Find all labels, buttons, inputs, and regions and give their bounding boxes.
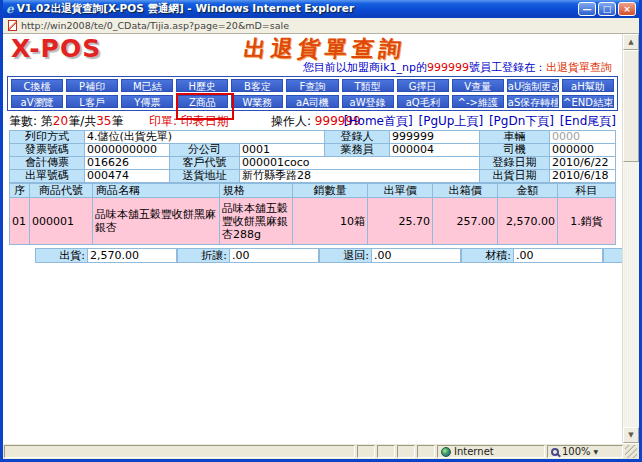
browser-window: e V1.02出退貨查詢[X-POS 雲通網] - Windows Intern… xyxy=(0,0,642,462)
col-header-box-price: 出箱價 xyxy=(433,183,498,198)
salesman-label: 業務員 xyxy=(325,144,390,157)
page-title: 出退貨單查詢 xyxy=(242,37,407,61)
toolbar-button-y-voucher[interactable]: Y傳票 xyxy=(121,95,173,108)
zoom-control[interactable]: 100% ▼ xyxy=(547,445,623,458)
vehicle-field[interactable]: 0000 xyxy=(550,131,616,144)
toolbar-button-z-product[interactable]: Z商品 xyxy=(176,95,228,108)
toolbar-button-t-type[interactable]: T類型 xyxy=(342,79,394,92)
toolbar-button-m-closed[interactable]: M已結 xyxy=(121,79,173,92)
address-url[interactable]: http://win2008/te/0_CData/Tijia.asp?page… xyxy=(21,20,289,31)
scroll-down-icon[interactable]: ▼ xyxy=(623,427,639,443)
col-header-seq: 序 xyxy=(10,183,30,198)
login-suffix: 號員工登錄在： xyxy=(469,61,546,74)
close-button[interactable]: × xyxy=(618,2,636,16)
toolbar-button-w-sales[interactable]: W業務 xyxy=(231,95,283,108)
status-panel-3 xyxy=(397,445,415,458)
toolbar-button-h-history[interactable]: H歷史 xyxy=(176,79,228,92)
print-mode-field[interactable]: 4.儲位(出貨先單) xyxy=(85,131,325,144)
xpos-logo: X-POS xyxy=(11,36,101,61)
toolbar-button-f-query[interactable]: F查詢 xyxy=(286,79,338,92)
customer-code-field[interactable]: 000001coco xyxy=(240,157,480,170)
toolbar-button-as-save-export[interactable]: aS保存轉檔 xyxy=(507,95,559,108)
return-label: 退回: xyxy=(319,248,371,263)
delivery-address-field[interactable]: 新竹縣季路28 xyxy=(240,170,480,183)
toolbar-frame: C換檔 P補印 M已結 H歷史 B客定 F查詢 T類型 G擇日 V查量 aU強制… xyxy=(7,76,618,111)
vertical-scrollbar[interactable]: ▲ ▼ xyxy=(622,34,639,443)
scroll-up-icon[interactable]: ▲ xyxy=(623,34,639,50)
toolbar-button-av-browse[interactable]: aV瀏覽 xyxy=(11,95,63,108)
ship-total-field[interactable]: 2,570.00 xyxy=(87,248,177,263)
zone-label: Internet xyxy=(454,446,494,457)
branch-label: 分公司 xyxy=(170,144,240,157)
count-current: 20 xyxy=(53,114,68,128)
toolbar-button-maintain[interactable]: ^->維護 xyxy=(452,95,504,108)
ship-total-label: 出貨: xyxy=(35,248,87,263)
nav-home-first[interactable]: [Home首頁] xyxy=(344,114,413,128)
voucher-label: 會計傳票 xyxy=(10,157,85,170)
address-bar: http://win2008/te/0_CData/Tijia.asp?page… xyxy=(3,18,639,34)
order-no-field[interactable]: 000474 xyxy=(85,170,170,183)
row-spec: 品味本舖五穀豐收餅黑麻銀杏288g xyxy=(220,198,293,245)
volume-field[interactable]: .00 xyxy=(513,248,603,263)
window-controls: — □ × xyxy=(578,2,636,16)
print-mode-label: 列印方式 xyxy=(10,131,85,144)
customer-code-label: 客戶代號 xyxy=(170,157,240,170)
row-seq: 01 xyxy=(10,198,30,245)
record-status-line: 筆數: 第20筆/共35筆 印單: 印表日期 操作人: 999999 [Home… xyxy=(9,113,616,128)
toolbar-button-end-exit[interactable]: ^END結束 xyxy=(562,95,614,108)
toolbar-button-v-quantity[interactable]: V查量 xyxy=(452,79,504,92)
salesman-field[interactable]: 000004 xyxy=(390,144,480,157)
toolbar-button-au-force-edit[interactable]: aU強制更改 xyxy=(507,79,559,92)
toolbar-button-aa-driver[interactable]: aA司機 xyxy=(286,95,338,108)
scrollbar-thumb[interactable] xyxy=(623,50,639,162)
driver-label: 司機 xyxy=(480,144,550,157)
discount-field[interactable]: .00 xyxy=(229,248,319,263)
invoice-label: 發票號碼 xyxy=(10,144,85,157)
col-header-name: 商品名稱 xyxy=(93,183,220,198)
zoom-level: 100% xyxy=(562,446,591,457)
row-amount: 2,570.00 xyxy=(498,198,558,245)
toolbar-button-p-reprint[interactable]: P補印 xyxy=(66,79,118,92)
toolbar: C換檔 P補印 M已結 H歷史 B客定 F查詢 T類型 G擇日 V查量 aU強制… xyxy=(8,77,617,110)
login-prefix: 您目前以加盟商 xyxy=(303,61,380,74)
login-mid: 的 xyxy=(416,61,427,74)
page-icon xyxy=(8,20,17,31)
toolbar-button-l-customer[interactable]: L客戶 xyxy=(66,95,118,108)
toolbar-button-ah-help[interactable]: aH幫助 xyxy=(562,79,614,92)
row-code: 000001 xyxy=(30,198,93,245)
toolbar-button-g-date[interactable]: G擇日 xyxy=(397,79,449,92)
nav-pgup-prev[interactable]: [PgUp上頁] xyxy=(418,114,483,128)
status-bar: Internet 100% ▼ xyxy=(3,443,639,459)
row-name: 品味本舖五穀豐收餅黑麻銀杏 xyxy=(93,198,220,245)
order-no-label: 出單號碼 xyxy=(10,170,85,183)
scrollbar-track[interactable] xyxy=(623,162,639,427)
resize-grip[interactable] xyxy=(625,445,637,458)
weight-group: 重量: .00 xyxy=(603,248,622,263)
reg-date-field[interactable]: 2010/6/22 xyxy=(550,157,616,170)
voucher-field[interactable]: 016626 xyxy=(85,157,170,170)
toolbar-button-aq-profit[interactable]: aQ毛利 xyxy=(397,95,449,108)
row-box-price: 257.00 xyxy=(433,198,498,245)
toolbar-button-c-switch[interactable]: C換檔 xyxy=(11,79,63,92)
col-header-spec: 規格 xyxy=(220,183,293,198)
login-employee: 999999 xyxy=(427,61,469,74)
return-field[interactable]: .00 xyxy=(371,248,461,263)
invoice-field[interactable]: 0000000000 xyxy=(85,144,170,157)
ship-date-field[interactable]: 2010/6/18 xyxy=(550,170,616,183)
row-category: 1.銷貨 xyxy=(558,198,616,245)
minimize-button[interactable]: — xyxy=(578,2,596,16)
driver-field[interactable]: 000000 xyxy=(550,144,616,157)
operator-label: 操作人: xyxy=(271,114,315,128)
zoom-dropdown-icon[interactable]: ▼ xyxy=(594,448,599,455)
login-user-field[interactable]: 999999 xyxy=(390,131,480,144)
row-qty: 10箱 xyxy=(293,198,368,245)
maximize-button[interactable]: □ xyxy=(598,2,616,16)
branch-field[interactable]: 0001 xyxy=(240,144,325,157)
toolbar-button-aw-login[interactable]: aW登錄 xyxy=(342,95,394,108)
security-zone-panel: Internet xyxy=(437,445,545,458)
toolbar-button-b-custom[interactable]: B客定 xyxy=(231,79,283,92)
status-message-panel xyxy=(4,445,355,458)
nav-end-last[interactable]: [End尾頁] xyxy=(560,114,616,128)
login-location: 出退貨單查詢 xyxy=(546,61,612,74)
nav-pgdn-next[interactable]: [PgDn下頁] xyxy=(489,114,554,128)
